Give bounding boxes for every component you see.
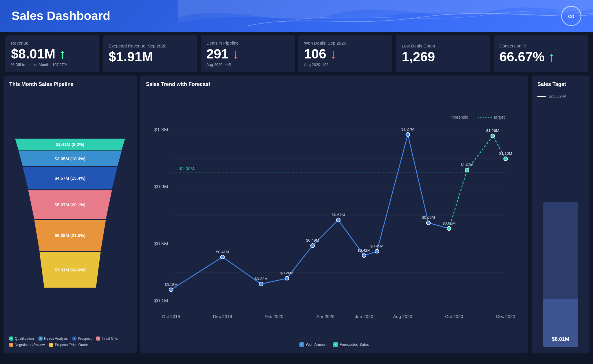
y-axis-label: $0.5M xyxy=(154,240,168,246)
chart-point xyxy=(465,168,469,172)
legend-color: ✓ xyxy=(9,343,13,347)
kpi-sub: % Diff from Last Month : 107.27% xyxy=(11,62,94,67)
chart-line xyxy=(171,134,449,289)
chart-point-label: $0.61M xyxy=(442,221,455,225)
chart-area: $0.1M$0.5M$0.9M$1.3MOct 2019Dec 2019Feb … xyxy=(146,93,522,339)
kpi-card-3: Won Deals: Sep 2020 106 ↓ Aug 2020: 198 xyxy=(298,35,392,72)
trend-legend-label: Won Amount xyxy=(306,342,327,347)
x-axis-label: Feb 2020 xyxy=(265,314,283,319)
page-title: Sales Dashboard xyxy=(12,9,110,23)
y-axis-label: $0.9M xyxy=(154,183,168,189)
legend-color: ✓ xyxy=(72,337,76,341)
trend-legend-item-0: ✓ Won Amount xyxy=(299,342,327,347)
chart-point-label: $0.22M xyxy=(255,277,268,281)
x-axis-label: Dec 2020 xyxy=(496,314,515,319)
x-axis-label: Oct 2019 xyxy=(162,314,180,319)
target-bar-container: $8.01M xyxy=(537,104,584,347)
chart-point-label: $0.26M xyxy=(280,271,293,275)
kpi-card-4: Lost Deals Count 1,269 xyxy=(396,35,490,72)
chart-point-label: $0.49M xyxy=(306,238,319,242)
kpi-card-0: Revenue $8.01M ↑ % Diff from Last Month … xyxy=(5,35,99,72)
funnel-panel: This Month Sales Pipeline $2.43M (8.2%)$… xyxy=(3,76,137,353)
kpi-label: Won Deals: Sep 2020 xyxy=(304,41,387,45)
x-axis-label: Oct 2020 xyxy=(445,314,463,319)
chart-point-label: $0.45M xyxy=(370,244,383,248)
kpi-arrow: ↓ xyxy=(330,46,337,61)
chart-point xyxy=(504,157,507,160)
legend-item-5: ✓ Proposal/Price Quote xyxy=(49,343,88,347)
funnel-label-4: $6.38M (21.5%) xyxy=(55,233,86,238)
kpi-arrow: ↑ xyxy=(59,46,66,61)
funnel-label-0: $2.43M (8.2%) xyxy=(56,142,84,147)
chart-point-label: $0.67M xyxy=(332,212,345,217)
trend-panel: Sales Trend with Forecast $0.1M$0.5M$0.9… xyxy=(140,76,528,353)
header: Sales Dashboard ∞ xyxy=(0,0,593,32)
kpi-value: 66.67% ↑ xyxy=(499,49,582,64)
funnel-label-5: $7.31M (24.6%) xyxy=(55,267,86,272)
legend-label: Negotiation/Review xyxy=(15,343,45,347)
funnel-legend: ✓ Qualification ✓ Needs Analysis ✓ Prosp… xyxy=(9,337,131,347)
kpi-arrow: ↓ xyxy=(232,46,239,61)
kpi-label: Revenue xyxy=(11,41,94,45)
chart-point-label: $0.65M xyxy=(422,215,435,220)
kpi-value: 106 ↓ xyxy=(304,47,387,61)
y-axis-label: $1.3M xyxy=(154,126,168,132)
x-axis-label: Aug 2020 xyxy=(393,314,412,319)
legend-item-0: ✓ Qualification xyxy=(9,337,34,341)
x-axis-label: Apr 2020 xyxy=(316,314,334,319)
target-panel: Sales Taget $23.8827M $8.01M xyxy=(532,76,590,353)
legend-label: Proposal/Price Quote xyxy=(55,343,88,347)
x-axis-label: Jun 2020 xyxy=(355,314,373,319)
legend-label: Prospect xyxy=(78,337,91,341)
chart-point xyxy=(336,218,340,222)
kpi-label: Exepcted Revenue: Sep 2020 xyxy=(109,43,191,48)
chart-point-label: $0.41M xyxy=(216,249,229,254)
chart-point-label: $1.26M xyxy=(486,128,499,133)
chart-point xyxy=(221,255,224,259)
funnel-label-1: $3.05M (10.3%) xyxy=(55,156,86,161)
legend-label: Qualification xyxy=(15,337,34,341)
chart-point xyxy=(259,282,263,286)
kpi-value: $1.91M xyxy=(109,49,191,64)
chart-point-label: $0.18M xyxy=(164,282,177,286)
trend-legend-label: Forecasted Sales xyxy=(340,342,369,347)
kpi-label: Lost Deals Count xyxy=(402,43,484,48)
kpi-row: Revenue $8.01M ↑ % Diff from Last Month … xyxy=(0,32,593,76)
kpi-label: Deals in Pipeline xyxy=(206,41,289,45)
x-axis-label: Dec 2019 xyxy=(213,314,232,319)
chart-point-label: $1.02M xyxy=(460,163,473,167)
funnel-label-3: $5.97M (20.1%) xyxy=(55,202,86,207)
chart-point-label: $0.42M xyxy=(358,248,371,252)
logo: ∞ xyxy=(561,6,581,26)
legend-color: ✓ xyxy=(49,343,53,347)
threshold-value-label: $1.00M xyxy=(180,166,194,171)
target-title: Sales Taget xyxy=(537,81,584,87)
chart-point-label: $1.10M xyxy=(499,151,512,156)
trend-title: Sales Trend with Forecast xyxy=(146,81,522,87)
chart-point xyxy=(362,253,366,257)
kpi-arrow: ↑ xyxy=(548,49,555,64)
trend-legend: ✓ Won Amount ✓ Forecasted Sales xyxy=(146,342,522,347)
legend-color: ✓ xyxy=(96,337,100,341)
funnel-title: This Month Sales Pipeline xyxy=(9,81,131,87)
y-axis-label: $0.1M xyxy=(154,297,168,303)
legend-item-3: ✓ Initial Offer xyxy=(96,337,118,341)
chart-point xyxy=(311,244,314,247)
funnel-label-2: $4.57M (15.4%) xyxy=(55,176,86,181)
kpi-value: 1,269 xyxy=(402,49,484,64)
funnel-container: $2.43M (8.2%)$3.05M (10.3%)$4.57M (15.4%… xyxy=(9,93,131,332)
target-bar-track: $8.01M xyxy=(543,202,578,347)
chart-point xyxy=(285,276,289,280)
chart-point xyxy=(427,221,430,225)
trend-legend-item-1: ✓ Forecasted Sales xyxy=(333,342,369,347)
chart-point xyxy=(406,133,410,136)
kpi-value: 291 ↓ xyxy=(206,47,289,61)
chart-point-label: $1.27M xyxy=(401,127,414,131)
main-content: This Month Sales Pipeline $2.43M (8.2%)$… xyxy=(0,76,593,356)
legend-color: ✓ xyxy=(39,337,43,341)
trend-legend-box: ✓ xyxy=(333,342,338,347)
legend-item-4: ✓ Negotiation/Review xyxy=(9,343,45,347)
legend-item-2: ✓ Prospect xyxy=(72,337,91,341)
legend-item-1: ✓ Needs Analysis xyxy=(39,337,68,341)
target-annotation: Target xyxy=(493,115,505,120)
